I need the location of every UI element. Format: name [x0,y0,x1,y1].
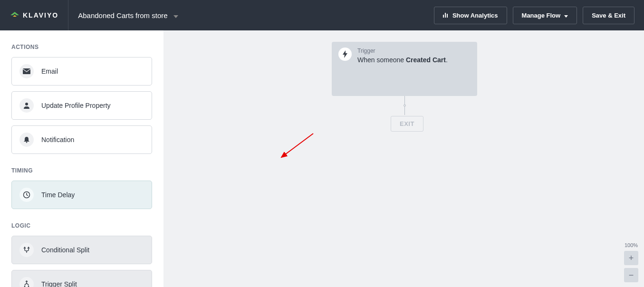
manage-flow-button[interactable]: Manage Flow [513,7,577,24]
svg-rect-3 [23,68,30,74]
connector [404,96,405,115]
trigger-split-icon [19,277,34,287]
header-bar: KLAVIYO Abandoned Carts from store Show … [0,0,644,30]
action-update-profile-label: Update Profile Property [41,102,111,109]
trigger-card[interactable]: Trigger When someone Created Cart. [332,42,477,96]
analytics-icon [443,12,449,19]
split-icon [19,243,34,257]
actions-section: ACTIONS Email Update Profile Property No… [11,44,152,154]
svg-rect-1 [445,13,446,18]
email-icon [19,64,34,78]
clock-icon [19,188,34,202]
person-icon [19,98,34,113]
save-exit-button[interactable]: Save & Exit [583,7,634,24]
flow-canvas[interactable]: Trigger When someone Created Cart. EXIT … [163,30,644,287]
action-time-delay-label: Time Delay [41,191,75,199]
action-update-profile[interactable]: Update Profile Property [11,91,152,120]
main-layout: ACTIONS Email Update Profile Property No… [0,30,644,287]
zoom-level: 100% [625,242,638,248]
show-analytics-button[interactable]: Show Analytics [434,7,507,24]
svg-line-9 [281,134,313,157]
timing-section-label: TIMING [11,167,152,174]
logo[interactable]: KLAVIYO [10,0,68,30]
bell-icon [19,133,34,147]
logo-mark [10,10,20,20]
action-email-label: Email [41,67,58,75]
annotation-arrow [273,131,316,164]
bolt-icon [338,48,352,61]
exit-node[interactable]: EXIT [391,116,423,132]
zoom-in-button[interactable]: + [624,251,638,265]
action-time-delay[interactable]: Time Delay [11,181,152,209]
caret-down-icon [173,11,178,19]
show-analytics-label: Show Analytics [452,12,498,19]
connector-line [404,106,405,115]
action-trigger-split-label: Trigger Split [41,280,77,287]
action-conditional-split-label: Conditional Split [41,246,89,254]
save-exit-label: Save & Exit [592,12,625,19]
zoom-out-button[interactable]: − [624,268,638,282]
logic-section-label: LOGIC [11,222,152,229]
logo-text: KLAVIYO [23,11,58,19]
flow-title-dropdown[interactable]: Abandoned Carts from store [68,11,178,19]
actions-section-label: ACTIONS [11,44,152,50]
trigger-label: Trigger [357,48,471,54]
action-email[interactable]: Email [11,57,152,86]
svg-rect-0 [443,15,444,18]
timing-section: TIMING Time Delay [11,167,152,209]
zoom-controls: 100% + − [624,242,638,282]
action-notification-label: Notification [41,136,74,144]
action-trigger-split[interactable]: Trigger Split [11,270,152,287]
action-notification[interactable]: Notification [11,125,152,154]
svg-point-4 [25,103,28,105]
sidebar: ACTIONS Email Update Profile Property No… [0,30,163,287]
manage-flow-label: Manage Flow [522,12,561,19]
header-actions: Show Analytics Manage Flow Save & Exit [434,7,634,24]
svg-point-5 [26,142,28,143]
connector-line [404,96,405,105]
trigger-content: Trigger When someone Created Cart. [357,48,471,90]
action-conditional-split[interactable]: Conditional Split [11,236,152,264]
flow-title-label: Abandoned Carts from store [78,11,167,19]
logic-section: LOGIC Conditional Split Trigger Split [11,222,152,287]
svg-rect-2 [447,14,448,18]
trigger-text: When someone Created Cart. [357,56,471,64]
caret-down-icon [564,12,568,19]
